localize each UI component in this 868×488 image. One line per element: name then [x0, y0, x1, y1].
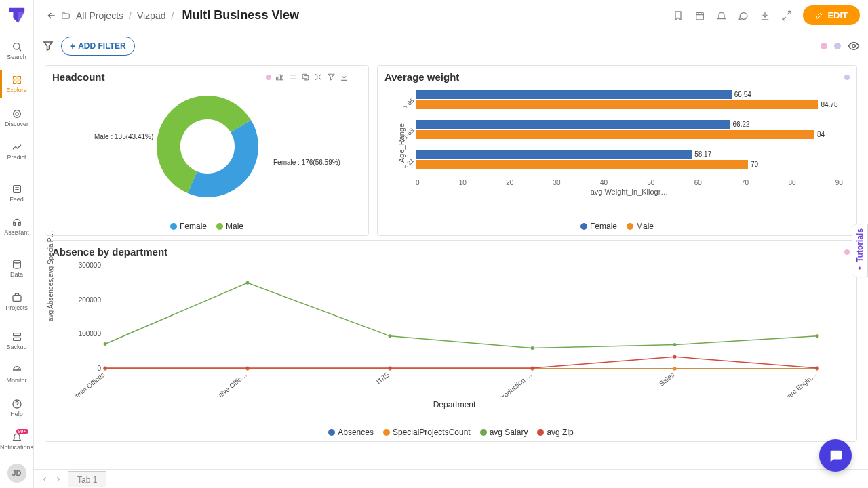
age-category-label: > 65 — [393, 97, 416, 119]
comment-icon[interactable] — [738, 10, 749, 21]
pencil-icon — [815, 12, 823, 20]
bar-segment[interactable] — [416, 100, 818, 109]
svg-point-43 — [531, 346, 534, 350]
svg-rect-13 — [696, 12, 704, 20]
sheet-tab[interactable]: Tab 1 — [68, 471, 106, 487]
svg-rect-17 — [281, 76, 283, 80]
svg-point-0 — [13, 43, 19, 49]
arrow-left-icon — [46, 10, 57, 21]
app-logo — [7, 5, 27, 26]
svg-text:300000: 300000 — [79, 262, 102, 269]
headcount-legend: Female Male — [45, 219, 368, 235]
grid-icon — [12, 75, 22, 85]
breadcrumb: All Projects / Vizpad / Multi Business V… — [61, 8, 299, 22]
crumb-root[interactable]: All Projects — [76, 10, 123, 21]
nav-predict[interactable]: Predict — [0, 134, 34, 168]
download-card-icon[interactable] — [340, 73, 349, 81]
nav-monitor[interactable]: Monitor — [0, 358, 34, 392]
svg-point-41 — [246, 281, 250, 285]
more-icon[interactable] — [353, 73, 361, 81]
card-avgweight: Average weight Age_Range > 6566.5484.782… — [377, 65, 857, 236]
expand-icon[interactable] — [314, 73, 323, 81]
nav-notifications[interactable]: 99+Notifications — [0, 425, 34, 459]
feed-icon — [12, 184, 22, 195]
alert-bell-icon[interactable] — [716, 10, 727, 21]
svg-text:IT/IS: IT/IS — [375, 371, 391, 386]
x-axis-label: avg Weight_in_Kilogr… — [416, 188, 843, 196]
svg-rect-15 — [277, 77, 278, 80]
eye-icon[interactable] — [848, 40, 860, 52]
nav-discover[interactable]: Discover — [0, 101, 34, 135]
gauge-icon — [12, 365, 22, 375]
svg-rect-3 — [13, 81, 16, 83]
status-dot-lav — [834, 43, 841, 49]
bookmark-icon[interactable] — [673, 10, 684, 21]
svg-text:Sales: Sales — [658, 371, 675, 388]
nav-search[interactable]: Search — [0, 34, 34, 68]
nav-backup[interactable]: Backup — [0, 324, 34, 358]
card-title-label: Absence by department — [52, 246, 167, 258]
x-axis-label: Department — [64, 400, 844, 409]
target-icon — [12, 108, 22, 119]
card-title-label: Headcount — [52, 71, 105, 83]
svg-point-22 — [357, 79, 358, 80]
edit-button[interactable]: EDIT — [803, 5, 860, 25]
chat-fab[interactable] — [819, 439, 852, 472]
svg-point-44 — [673, 343, 677, 346]
trend-icon — [12, 142, 22, 152]
svg-text:100000: 100000 — [79, 330, 102, 338]
next-tab-icon[interactable] — [54, 475, 62, 483]
svg-text:Production …: Production … — [497, 371, 533, 397]
search-icon — [12, 41, 22, 52]
bar-segment[interactable] — [416, 90, 732, 99]
nav-feed[interactable]: Feed — [0, 176, 34, 210]
status-dot — [844, 75, 850, 80]
status-dot — [266, 75, 271, 80]
tutorials-tab[interactable]: ᠂ Tutorials — [852, 224, 868, 277]
nav-help[interactable]: Help — [0, 391, 34, 425]
bell-icon — [12, 432, 22, 443]
calendar-icon[interactable] — [694, 10, 705, 21]
briefcase-icon — [12, 292, 22, 303]
bar-segment[interactable] — [416, 150, 692, 159]
svg-point-5 — [13, 110, 20, 117]
svg-point-49 — [531, 366, 534, 369]
donut-label-female: Female : 176(56.59%) — [273, 159, 340, 166]
folder-icon — [61, 11, 71, 20]
svg-rect-2 — [18, 77, 20, 79]
clone-icon[interactable] — [301, 73, 310, 81]
nav-explore[interactable]: Explore — [0, 67, 34, 101]
nav-projects[interactable]: Projects — [0, 285, 34, 319]
bar-segment[interactable] — [416, 120, 730, 129]
svg-point-38 — [673, 367, 677, 370]
bar-segment[interactable] — [416, 130, 814, 139]
add-filter-button[interactable]: +ADD FILTER — [61, 37, 135, 56]
share-icon[interactable] — [781, 10, 792, 21]
crumb-mid[interactable]: Vizpad — [137, 10, 166, 21]
download-icon[interactable] — [760, 10, 770, 21]
donut-chart — [45, 85, 370, 207]
svg-rect-18 — [304, 75, 309, 80]
nav-assistant[interactable]: Assistant — [0, 209, 34, 243]
svg-rect-4 — [18, 81, 20, 83]
svg-text:200000: 200000 — [79, 296, 102, 304]
user-avatar[interactable]: JD — [7, 464, 26, 483]
svg-point-48 — [389, 366, 392, 369]
funnel-icon[interactable] — [42, 40, 54, 52]
bar-segment[interactable] — [416, 160, 748, 169]
nav-data[interactable]: Data — [0, 251, 34, 285]
list-icon[interactable] — [288, 73, 297, 81]
status-dot — [844, 249, 850, 255]
donut-label-male: Male : 135(43.41%) — [94, 133, 153, 140]
status-dot-pink — [821, 43, 827, 49]
bar-value-label: 84.78 — [821, 101, 837, 108]
back-button[interactable] — [42, 6, 61, 25]
chart-type-icon[interactable] — [275, 73, 284, 81]
card-absence: Absence by department avg Absences,avg S… — [45, 240, 857, 442]
svg-point-47 — [246, 366, 250, 369]
card-headcount: Headcount — [45, 65, 369, 236]
filter-icon[interactable] — [327, 73, 336, 81]
svg-point-20 — [357, 74, 358, 75]
prev-tab-icon[interactable] — [41, 475, 49, 483]
chat-icon — [828, 448, 843, 463]
